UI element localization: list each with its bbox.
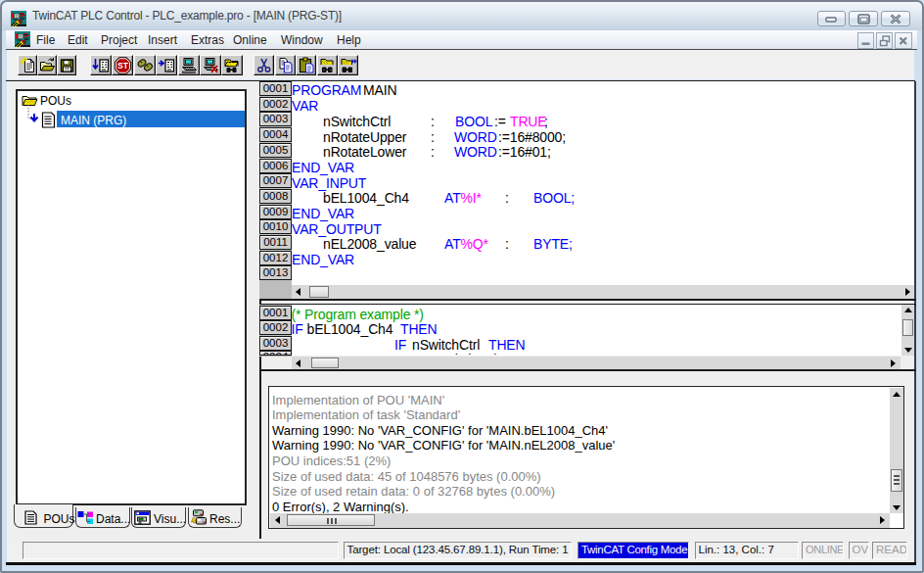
svg-text:ST: ST xyxy=(117,61,129,71)
